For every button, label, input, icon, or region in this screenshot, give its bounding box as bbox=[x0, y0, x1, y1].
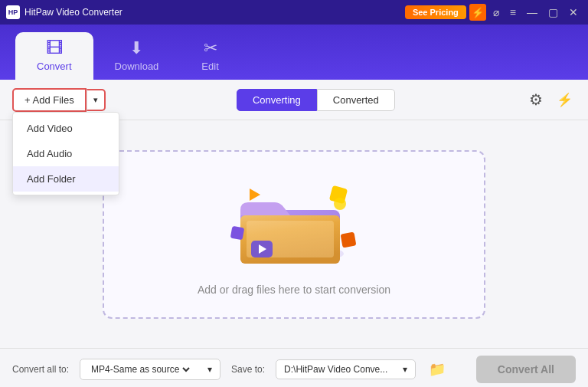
format-select[interactable]: MP4-Same as source MP4 AVI MOV MKV ▾ bbox=[80, 359, 220, 380]
tab-bar: 🎞 Convert ⬇ Download ✂ Edit bbox=[0, 25, 588, 80]
save-path-select[interactable]: D:\HitPaw Video Conve... ▾ bbox=[276, 359, 416, 379]
add-files-button[interactable]: + Add Files bbox=[12, 88, 87, 112]
add-files-dropdown-button[interactable]: ▾ bbox=[87, 89, 106, 111]
convert-icon: 🎞 bbox=[46, 40, 63, 57]
convert-label: Convert bbox=[37, 61, 72, 72]
edit-label: Edit bbox=[201, 61, 218, 72]
tab-download[interactable]: ⬇ Download bbox=[93, 32, 181, 80]
title-bar: HP HitPaw Video Converter See Pricing ⚡ … bbox=[0, 0, 588, 25]
edit-icon: ✂ bbox=[204, 40, 217, 57]
convert-all-button[interactable]: Convert All bbox=[476, 356, 576, 383]
settings-icon: ⚙ bbox=[529, 91, 543, 108]
title-bar-left: HP HitPaw Video Converter bbox=[6, 5, 122, 19]
see-pricing-button[interactable]: See Pricing bbox=[405, 5, 466, 19]
download-label: Download bbox=[115, 61, 159, 72]
browse-folder-button[interactable]: 📁 bbox=[426, 359, 448, 380]
toolbar: + Add Files ▾ Add Video Add Audio Add Fo… bbox=[0, 80, 588, 120]
title-bar-right: See Pricing ⚡ ⌀ ≡ — ▢ ✕ bbox=[405, 4, 582, 21]
folder-illustration bbox=[217, 173, 371, 273]
app-logo: HP bbox=[6, 5, 20, 19]
drop-zone-text: Add or drag files here to start conversi… bbox=[198, 284, 390, 296]
converting-tab[interactable]: Converting bbox=[237, 89, 317, 111]
converted-tab[interactable]: Converted bbox=[317, 89, 395, 111]
tab-edit[interactable]: ✂ Edit bbox=[180, 32, 240, 80]
save-to-label: Save to: bbox=[231, 364, 265, 375]
minimize-button[interactable]: — bbox=[523, 6, 541, 18]
dropdown-item-add-folder[interactable]: Add Folder bbox=[13, 166, 119, 192]
svg-point-10 bbox=[334, 198, 346, 210]
format-dropdown[interactable]: MP4-Same as source MP4 AVI MOV MKV bbox=[88, 363, 192, 376]
menu-button[interactable]: ≡ bbox=[506, 6, 520, 18]
flash-button[interactable]: ⚡ bbox=[554, 89, 576, 111]
add-files-group: + Add Files ▾ Add Video Add Audio Add Fo… bbox=[12, 88, 106, 112]
svg-rect-9 bbox=[230, 225, 245, 240]
download-icon: ⬇ bbox=[129, 40, 143, 57]
save-path-chevron-icon: ▾ bbox=[403, 364, 407, 375]
settings-button[interactable]: ⚙ bbox=[526, 87, 546, 112]
folder-icon: 📁 bbox=[429, 362, 446, 377]
format-chevron-icon: ▾ bbox=[207, 364, 212, 375]
maximize-button[interactable]: ▢ bbox=[544, 6, 562, 18]
svg-marker-6 bbox=[250, 189, 260, 201]
close-button[interactable]: ✕ bbox=[565, 6, 582, 18]
flash-icon: ⚡ bbox=[557, 93, 573, 107]
svg-rect-8 bbox=[341, 231, 357, 248]
key-button[interactable]: ⌀ bbox=[489, 6, 503, 18]
tab-convert[interactable]: 🎞 Convert bbox=[15, 32, 93, 80]
toolbar-right: ⚙ ⚡ bbox=[526, 87, 576, 112]
drop-zone[interactable]: Add or drag files here to start conversi… bbox=[103, 150, 485, 319]
convert-all-to-label: Convert all to: bbox=[12, 364, 69, 375]
add-files-dropdown-menu: Add Video Add Audio Add Folder bbox=[12, 112, 119, 195]
bottom-bar: Convert all to: MP4-Same as source MP4 A… bbox=[0, 348, 588, 387]
dropdown-item-add-audio[interactable]: Add Audio bbox=[13, 141, 119, 166]
save-path-text: D:\HitPaw Video Conve... bbox=[284, 364, 387, 375]
app-title: HitPaw Video Converter bbox=[24, 7, 122, 18]
dropdown-item-add-video[interactable]: Add Video bbox=[13, 116, 119, 141]
lightning-button[interactable]: ⚡ bbox=[469, 4, 486, 21]
converting-tabs: Converting Converted bbox=[237, 89, 395, 111]
